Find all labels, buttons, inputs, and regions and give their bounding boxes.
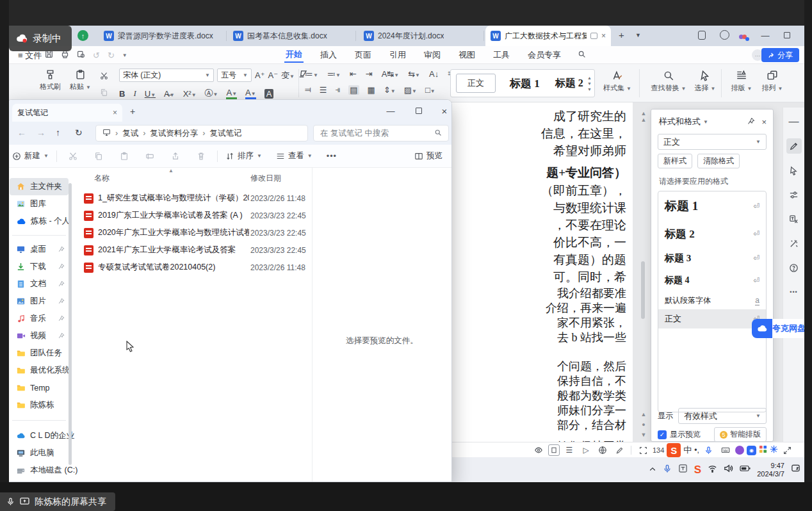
recording-indicator[interactable]: 录制中 <box>9 26 72 51</box>
file-menu[interactable]: ≡ 文件 <box>18 50 42 61</box>
wifi-icon[interactable] <box>708 464 717 476</box>
collapse-rail-icon[interactable]: — <box>786 114 802 129</box>
menu-insert[interactable]: 插入 <box>319 48 338 62</box>
line-spacing-icon[interactable]: ⇕▼ <box>384 85 396 95</box>
copy-icon[interactable] <box>100 88 108 99</box>
sort-button[interactable]: 排序▼ <box>225 150 262 161</box>
document-scrollbar[interactable]: ▲▲ ▲ ● ▼ <box>639 109 647 442</box>
text-effects-icon[interactable]: Ⓐ▼ <box>205 88 218 99</box>
menu-view[interactable]: 视图 <box>457 48 476 62</box>
sidebar-item-videos[interactable]: 视频 <box>10 327 69 345</box>
hidden-icons-chevron[interactable] <box>649 464 656 476</box>
scroll-next-page-icon[interactable]: ▼ <box>639 432 648 438</box>
toolbox-grid-icon[interactable] <box>759 444 767 456</box>
scroll-nav-icon[interactable]: ● <box>639 421 648 428</box>
style-item-heading4[interactable]: 标题 4 ⏎ <box>658 270 766 291</box>
tray-input-icon[interactable] <box>678 464 688 476</box>
bold-icon[interactable]: B <box>119 89 125 99</box>
breadcrumb[interactable]: › 复试 › 复试资料分享 › 复试笔记 <box>95 125 308 142</box>
share-button[interactable]: 分享 <box>761 48 799 62</box>
sidebar-item-folder-optimization[interactable]: 最优化系统 <box>10 362 69 379</box>
find-replace-button[interactable]: 查找替换 ▼ <box>649 70 688 93</box>
explorer-close-button[interactable]: × <box>435 101 454 120</box>
highlight-color-icon[interactable]: A▼ <box>226 88 237 99</box>
mobile-sync-icon[interactable] <box>698 31 706 40</box>
gallery-more-icon[interactable]: ▼ <box>587 87 592 92</box>
tools-wand-icon[interactable] <box>786 236 802 251</box>
wps-ai-icon[interactable] <box>739 30 749 42</box>
doc-tab-2[interactable]: W 国考基本信息收集.docx <box>228 26 356 46</box>
style-item-normal-selected[interactable]: 正文 ⏎ <box>658 309 766 328</box>
tray-sogou-icon[interactable]: S <box>694 464 701 476</box>
format-painter-button[interactable]: 格式刷 <box>40 69 61 99</box>
sidebar-item-folder-team[interactable]: 团队任务 <box>10 345 69 362</box>
edit-pen-icon[interactable] <box>786 138 802 154</box>
panel-title-chevron-icon[interactable]: ▼ <box>703 119 708 125</box>
decrease-indent-icon[interactable]: ⇤ <box>350 69 357 79</box>
style-item-heading3[interactable]: 标题 3 ⏎ <box>658 247 766 270</box>
scroll-prev-page-icon[interactable]: ▲ <box>639 411 648 418</box>
sidebar-item-downloads[interactable]: 下载 <box>10 258 69 275</box>
page-view-icon[interactable] <box>548 444 560 456</box>
font-name-select[interactable]: 宋体 (正文)▼ <box>119 69 214 82</box>
pin-panel-icon[interactable] <box>747 117 755 127</box>
grow-font-icon[interactable]: A⁺ <box>255 70 265 80</box>
document-page[interactable]: 成了研究生的 信息，在这里， 希望对师弟师 题+专业问答） （即前五章）， 与数… <box>423 102 633 442</box>
redo-icon[interactable]: ↻ <box>108 51 115 60</box>
breadcrumb-item[interactable]: 复试笔记 <box>210 128 242 139</box>
doc-tab-4-active[interactable]: W 广工大数据技术与工程复试基 × <box>485 26 611 46</box>
menu-search-icon[interactable] <box>578 50 586 60</box>
sogou-skin-icon[interactable] <box>735 446 744 455</box>
screen-share-pill[interactable]: 陈炼栋的屏幕共享 <box>0 492 115 511</box>
smart-typeset-button[interactable]: 5 智能排版 <box>714 427 767 442</box>
menu-tools[interactable]: 工具 <box>492 48 511 62</box>
style-item-default-font[interactable]: 默认段落字体 a <box>658 291 766 309</box>
minimize-button[interactable]: — <box>756 26 775 45</box>
justify-icon[interactable]: ▤ <box>348 85 359 95</box>
close-panel-icon[interactable]: × <box>761 117 767 127</box>
superscript-icon[interactable]: X²▼ <box>183 89 197 99</box>
undo-icon[interactable]: ↺ <box>93 51 100 60</box>
view-button[interactable]: 查看▼ <box>276 150 313 161</box>
close-tab-icon[interactable]: × <box>601 31 606 40</box>
rename-icon[interactable] <box>142 152 158 161</box>
breadcrumb-item[interactable]: 复试 <box>122 128 138 139</box>
file-row[interactable]: 1_研究生复试概率论与数理统计（学硕）20210402 2023/2/26 11… <box>75 190 249 207</box>
new-button[interactable]: 新建▼ <box>12 150 49 161</box>
scroll-top-icon[interactable]: ▲▲ <box>639 110 648 123</box>
file-row[interactable]: 2020年广东工业大学概率论与数理统计试卷及答案 2023/3/23 22:45 <box>75 224 249 241</box>
column-modified[interactable]: 修改日期 <box>250 173 281 184</box>
char-shading-icon[interactable]: A <box>264 89 274 99</box>
save-icon[interactable] <box>45 50 53 60</box>
explorer-tab[interactable]: 复试笔记 × <box>12 104 122 122</box>
menu-home[interactable]: 开始 <box>284 47 304 63</box>
current-style-select[interactable]: 正文▼ <box>658 134 767 150</box>
clear-format-button[interactable]: 清除格式 <box>697 154 740 168</box>
align-right-icon[interactable]: ⫣ <box>335 85 340 95</box>
borders-icon[interactable]: □▼ <box>425 85 435 95</box>
style-set-button[interactable]: 样式集 ▼ <box>601 70 634 93</box>
paste-button[interactable]: 粘贴 ▼ <box>70 69 91 99</box>
bullets-icon[interactable]: ≔▼ <box>305 69 318 79</box>
soft-keyboard-icon[interactable] <box>719 443 733 457</box>
restore-button[interactable] <box>777 26 797 45</box>
gallery-up-icon[interactable]: ▲ <box>587 76 592 80</box>
battery-icon[interactable] <box>740 464 751 476</box>
style-normal-chip[interactable]: 正文 <box>456 74 496 93</box>
gallery-down-icon[interactable]: ▼ <box>587 81 592 86</box>
notification-center-icon[interactable] <box>791 464 800 476</box>
arrange-button[interactable]: 排列 ▼ <box>758 70 786 93</box>
preview-toggle-button[interactable]: 预览 <box>414 150 443 161</box>
explorer-minimize-button[interactable]: — <box>381 101 400 120</box>
outline-view-icon[interactable]: ☰ <box>562 443 576 457</box>
align-left-icon[interactable]: ⫤ <box>305 85 311 95</box>
sidebar-item-folder-temp[interactable]: Temp <box>10 379 69 396</box>
typeset-button[interactable]: 排版 ▼ <box>727 70 756 93</box>
paste-file-icon[interactable] <box>116 152 133 161</box>
sidebar-scrollbar[interactable] <box>69 183 72 465</box>
quark-drive-label[interactable]: 夸克网盘 <box>772 319 804 338</box>
numbering-icon[interactable]: ≕▼ <box>327 69 341 79</box>
explorer-maximize-button[interactable] <box>409 101 428 120</box>
fit-page-icon[interactable] <box>636 443 650 457</box>
print-icon[interactable] <box>61 50 69 60</box>
